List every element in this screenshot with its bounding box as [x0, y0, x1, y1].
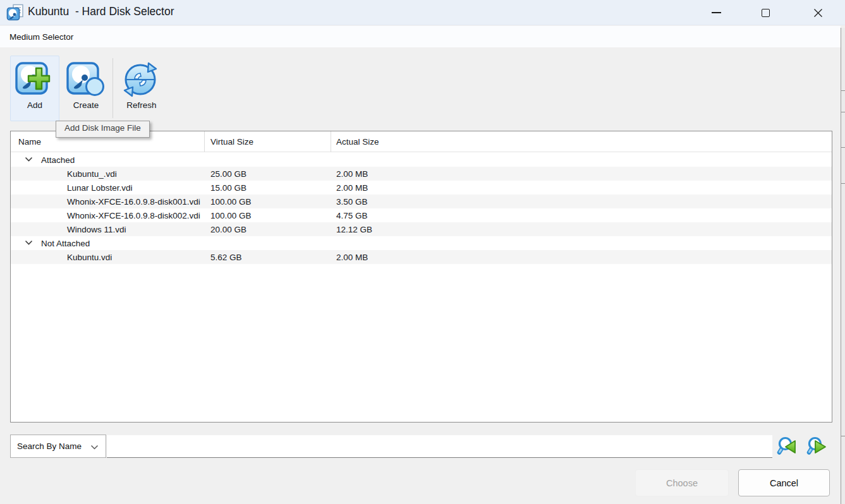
disk-name: Kubuntu.vdi [67, 250, 112, 264]
group-label: Not Attached [41, 236, 90, 250]
choose-button[interactable]: Choose [635, 469, 729, 496]
search-next-icon [806, 436, 828, 457]
search-previous-button[interactable] [777, 436, 798, 458]
refresh-button-label: Refresh [126, 100, 156, 110]
disk-actual-size: 3.50 GB [336, 195, 368, 208]
media-table: Name Virtual Size Actual Size Attached K… [10, 131, 832, 423]
toolbar-separator [112, 58, 113, 118]
window-edge-scrollbar[interactable] [841, 28, 845, 504]
minimize-button[interactable] [702, 0, 731, 25]
scrollbar-tick [841, 90, 845, 91]
disk-name: Whonix-XFCE-16.0.9.8-disk002.vdi [67, 208, 200, 222]
scrollbar-tick [841, 112, 845, 112]
add-button-label: Add [27, 100, 42, 110]
chevron-down-icon [90, 445, 99, 450]
virtual-media-manager-icon [6, 4, 24, 21]
table-group-row[interactable]: Attached [11, 153, 832, 167]
create-button-label: Create [73, 100, 99, 110]
chevron-down-icon[interactable] [25, 240, 33, 246]
column-header-virtual-size[interactable]: Virtual Size [210, 131, 253, 152]
minimize-icon [712, 12, 721, 13]
maximize-icon [762, 9, 770, 17]
refresh-icon [121, 60, 162, 99]
hard-disk-selector-dialog: Kubuntu - Hard Disk Selector Medium Sele… [0, 0, 845, 504]
chevron-down-icon[interactable] [25, 157, 33, 162]
create-button[interactable]: Create [63, 56, 109, 121]
disk-actual-size: 2.00 MB [336, 250, 368, 264]
disk-actual-size: 4.75 GB [336, 208, 368, 222]
tooltip: Add Disk Image File [56, 121, 150, 138]
disk-actual-size: 12.12 GB [336, 222, 372, 236]
column-header-name[interactable]: Name [18, 131, 41, 152]
titlebar: Kubuntu - Hard Disk Selector [0, 0, 845, 25]
window-title: Kubuntu - Hard Disk Selector [28, 5, 174, 18]
scrollbar-tick [841, 436, 845, 436]
create-disk-icon [66, 60, 106, 99]
disk-virtual-size: 100.00 GB [210, 208, 252, 222]
cancel-button[interactable]: Cancel [738, 469, 830, 496]
disk-actual-size: 2.00 MB [336, 181, 368, 195]
table-row[interactable]: Whonix-XFCE-16.0.9.8-disk002.vdi 100.00 … [11, 208, 832, 222]
search-mode-label: Search By Name [17, 441, 82, 451]
disk-name: Windows 11.vdi [67, 222, 126, 236]
disk-actual-size: 2.00 MB [336, 167, 368, 181]
table-row[interactable]: Kubuntu.vdi 5.62 GB 2.00 MB [11, 250, 832, 264]
scrollbar-tick [841, 183, 845, 184]
close-icon [813, 8, 823, 18]
maximize-button[interactable] [751, 0, 780, 25]
menubar: Medium Selector [0, 26, 841, 47]
disk-virtual-size: 5.62 GB [210, 250, 242, 264]
column-header-actual-size[interactable]: Actual Size [336, 131, 379, 152]
column-separator[interactable] [204, 131, 205, 152]
close-button[interactable] [803, 0, 832, 25]
scrollbar-tick [841, 147, 845, 148]
add-button[interactable]: Add [10, 56, 59, 121]
table-row[interactable]: Kubuntu_.vdi 25.00 GB 2.00 MB [11, 167, 832, 181]
table-row[interactable]: Lunar Lobster.vdi 15.00 GB 2.00 MB [11, 181, 832, 195]
disk-virtual-size: 20.00 GB [210, 222, 246, 236]
disk-virtual-size: 25.00 GB [210, 167, 246, 181]
menu-medium-selector[interactable]: Medium Selector [5, 26, 78, 47]
search-input[interactable] [107, 435, 772, 458]
table-group-row[interactable]: Not Attached [11, 236, 832, 250]
column-separator[interactable] [331, 131, 331, 152]
search-next-button[interactable] [806, 436, 828, 458]
disk-name: Whonix-XFCE-16.0.9.8-disk001.vdi [67, 195, 200, 208]
table-row[interactable]: Windows 11.vdi 20.00 GB 12.12 GB [11, 222, 832, 236]
disk-virtual-size: 100.00 GB [210, 195, 252, 208]
table-row[interactable]: Whonix-XFCE-16.0.9.8-disk001.vdi 100.00 … [11, 195, 832, 208]
search-mode-dropdown[interactable]: Search By Name [10, 435, 106, 458]
search-previous-icon [777, 436, 798, 457]
group-label: Attached [41, 153, 75, 167]
disk-name: Kubuntu_.vdi [67, 167, 117, 181]
disk-name: Lunar Lobster.vdi [67, 181, 133, 195]
add-disk-icon [15, 60, 55, 99]
disk-virtual-size: 15.00 GB [210, 181, 246, 195]
refresh-button[interactable]: Refresh [119, 56, 164, 121]
